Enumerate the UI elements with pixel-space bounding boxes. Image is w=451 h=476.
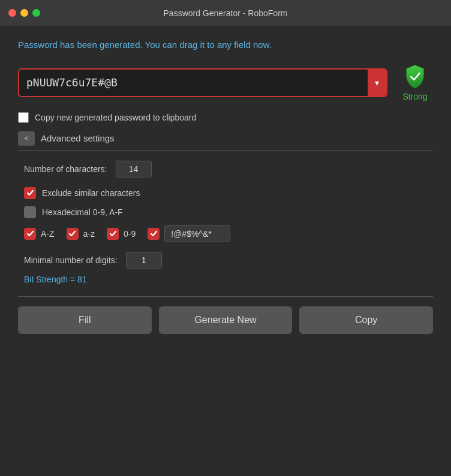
checkmark-icon <box>26 230 34 237</box>
az-upper-label: A-Z <box>41 229 55 239</box>
copy-button[interactable]: Copy <box>299 306 433 334</box>
status-message: Password has been generated. You can dra… <box>18 38 433 52</box>
clipboard-checkbox-row: Copy new generated password to clipboard <box>18 112 433 123</box>
clipboard-checkbox[interactable] <box>18 112 29 123</box>
checkmark-icon <box>150 230 158 237</box>
hexadecimal-label: Hexadecimal 0-9, A-F <box>42 207 123 217</box>
exclude-similar-checkbox[interactable] <box>24 187 36 199</box>
num-chars-label: Number of characters: <box>24 164 107 174</box>
minimize-button[interactable] <box>20 9 28 17</box>
advanced-settings-label: Advanced settings <box>41 133 115 143</box>
az-upper-checkbox[interactable] <box>24 228 36 240</box>
digits-checkbox[interactable] <box>107 228 119 240</box>
exclude-similar-label: Exclude similar characters <box>42 188 140 198</box>
password-dropdown-button[interactable]: ▾ <box>368 70 386 96</box>
strength-label: Strong <box>402 92 427 101</box>
hexadecimal-row: Hexadecimal 0-9, A-F <box>24 206 433 218</box>
checkmark-icon <box>68 230 76 237</box>
exclude-similar-row: Exclude similar characters <box>24 187 433 199</box>
char-option-digits: 0-9 <box>107 228 136 240</box>
num-chars-row: Number of characters: <box>24 161 433 177</box>
hexadecimal-checkbox[interactable] <box>24 206 36 218</box>
password-row: ▾ Strong <box>18 64 433 101</box>
clipboard-checkbox-label: Copy new generated password to clipboard <box>35 113 196 122</box>
shield-icon <box>402 64 428 89</box>
char-option-special <box>148 225 230 242</box>
toggle-icon: < <box>24 134 29 143</box>
special-checkbox[interactable] <box>148 228 160 240</box>
fill-button[interactable]: Fill <box>18 306 152 334</box>
advanced-toggle-row: < Advanced settings <box>18 131 433 146</box>
digits-label: 0-9 <box>124 229 136 239</box>
maximize-button[interactable] <box>32 9 40 17</box>
divider-1 <box>18 150 433 151</box>
generate-new-button[interactable]: Generate New <box>159 306 293 334</box>
window-title: Password Generator - RoboForm <box>164 8 288 18</box>
advanced-toggle-button[interactable]: < <box>18 131 35 146</box>
close-button[interactable] <box>8 9 16 17</box>
char-option-az-lower: a-z <box>67 228 95 240</box>
bit-strength: Bit Strength = 81 <box>24 275 433 284</box>
title-bar: Password Generator - RoboForm <box>0 0 451 26</box>
min-digits-row: Minimal number of digits: <box>24 252 433 269</box>
checkmark-icon <box>26 189 34 197</box>
main-content: Password has been generated. You can dra… <box>0 26 451 346</box>
special-chars-input[interactable] <box>164 225 230 242</box>
az-lower-checkbox[interactable] <box>67 228 79 240</box>
char-option-az-upper: A-Z <box>24 228 55 240</box>
chevron-down-icon: ▾ <box>375 78 379 88</box>
password-input-wrap: ▾ <box>18 68 387 97</box>
min-digits-input[interactable] <box>126 252 162 269</box>
char-options-row: A-Z a-z 0-9 <box>24 225 433 242</box>
bottom-buttons: Fill Generate New Copy <box>18 306 433 334</box>
num-chars-input[interactable] <box>116 161 152 177</box>
divider-2 <box>18 296 433 297</box>
password-input[interactable] <box>19 70 368 95</box>
traffic-lights <box>8 9 40 17</box>
az-lower-label: a-z <box>83 229 95 239</box>
checkmark-icon <box>109 230 117 237</box>
advanced-settings-content: Number of characters: Exclude similar ch… <box>18 161 433 284</box>
strength-indicator: Strong <box>397 64 433 101</box>
min-digits-label: Minimal number of digits: <box>24 255 118 265</box>
